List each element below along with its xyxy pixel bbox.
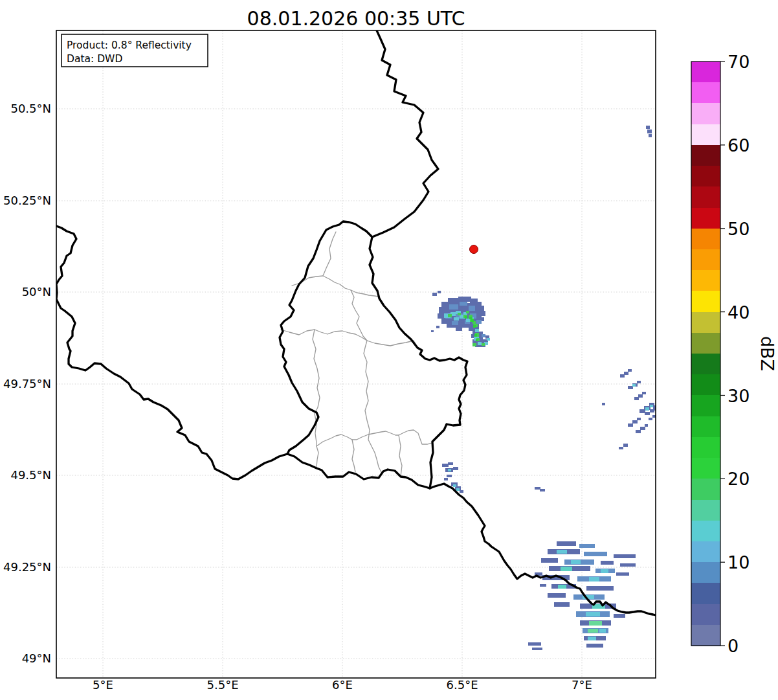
colorbar-tick-label: 50 [728, 219, 750, 239]
pixel [645, 424, 648, 427]
pixel [620, 563, 636, 567]
pixel [579, 544, 595, 548]
pixel [691, 562, 720, 583]
colorbar-tick-labels: 70 60 50 40 30 20 10 0 [728, 52, 750, 656]
pixel [691, 521, 720, 542]
y-tick-label: 49.25°N [3, 560, 51, 574]
colorbar-tick-label: 40 [728, 302, 750, 322]
pixel [645, 407, 649, 411]
colorbar-tick-label: 20 [728, 469, 750, 489]
pixel [691, 82, 720, 104]
pixel [447, 475, 452, 477]
pixel [441, 319, 450, 324]
colorbar-segments [691, 62, 720, 646]
pixel [691, 374, 720, 396]
pixel [476, 339, 478, 341]
pixel [472, 343, 476, 346]
x-tick-label: 6°E [332, 678, 353, 692]
pixel [638, 394, 643, 398]
info-box-line2: Data: DWD [67, 53, 122, 65]
pixel [535, 487, 540, 490]
pixel [431, 330, 434, 332]
pixel [614, 614, 625, 618]
pixel [632, 420, 638, 423]
pixel [448, 298, 460, 303]
pixel [557, 550, 567, 554]
pixel [636, 430, 641, 433]
pixel [586, 644, 603, 648]
pixel [476, 320, 482, 324]
colorbar-tickmarks [720, 62, 725, 646]
pixel [453, 467, 458, 470]
pixel [637, 418, 641, 420]
colorbar-tick-label: 60 [728, 135, 750, 155]
y-tick-labels: 50.5°N 50.25°N 50°N 49.75°N 49.5°N 49.25… [3, 102, 51, 665]
pixel [456, 488, 460, 491]
radar-site-marker [470, 245, 478, 254]
pixel [691, 62, 720, 83]
pixel [691, 625, 720, 646]
pixel [436, 326, 439, 328]
pixel [691, 395, 720, 416]
pixel [691, 229, 720, 250]
pixel [691, 500, 720, 521]
colorbar-axis-label: dBZ [757, 336, 777, 371]
pixel [588, 637, 596, 640]
pixel [586, 586, 614, 591]
pixel [691, 312, 720, 333]
pixel [634, 397, 639, 400]
radar-figure: Product: 0.8° Reflectivity Data: DWD 5°E… [0, 0, 778, 700]
pixel [691, 583, 720, 604]
pixel [487, 338, 490, 341]
pixel [454, 317, 459, 321]
colorbar-tick-label: 30 [728, 386, 750, 406]
pixel [691, 604, 720, 626]
pixel [540, 584, 546, 587]
y-tick-label: 49.5°N [10, 468, 51, 482]
pixel [588, 629, 598, 633]
colorbar: 70 60 50 40 30 20 10 0 dBZ [691, 52, 777, 656]
pixel [616, 572, 629, 576]
pixel [624, 372, 628, 375]
pixel [649, 418, 652, 420]
x-tick-labels: 5°E 5.5°E 6°E 6.5°E 7°E [93, 678, 592, 692]
pixel [691, 541, 720, 563]
pixel [469, 317, 472, 319]
pixel [460, 302, 467, 306]
y-tick-label: 50°N [22, 285, 51, 299]
pixel [474, 334, 477, 337]
pixel [619, 447, 623, 449]
y-tick-label: 49.75°N [3, 377, 51, 390]
pixel [691, 249, 720, 271]
pixel [602, 403, 605, 405]
pixel [691, 124, 720, 146]
pixel [480, 311, 485, 316]
pixel [647, 130, 652, 133]
pixel [554, 602, 570, 607]
pixel [558, 585, 566, 589]
pixel [614, 554, 636, 558]
pixel [584, 552, 607, 556]
pixel [571, 560, 581, 564]
pixel [532, 648, 542, 650]
pixel [691, 208, 720, 229]
pixel [540, 489, 545, 491]
pixel [475, 329, 479, 332]
info-box-line1: Product: 0.8° Reflectivity [67, 40, 192, 51]
pixel [465, 316, 467, 319]
pixel [473, 325, 476, 328]
pixel [460, 490, 463, 493]
pixel [589, 577, 599, 581]
pixel [589, 621, 602, 626]
pixel [528, 642, 541, 646]
pixel [458, 297, 471, 302]
colorbar-tick-label: 70 [728, 52, 750, 72]
pixel [449, 304, 458, 310]
figure-title: 08.01.2026 00:35 UTC [247, 7, 465, 30]
colorbar-tick-label: 10 [728, 552, 750, 572]
pixel [646, 126, 650, 129]
pixel [448, 469, 451, 471]
pixel [478, 342, 482, 345]
colorbar-tick-label: 0 [728, 636, 739, 656]
pixel [456, 328, 462, 331]
